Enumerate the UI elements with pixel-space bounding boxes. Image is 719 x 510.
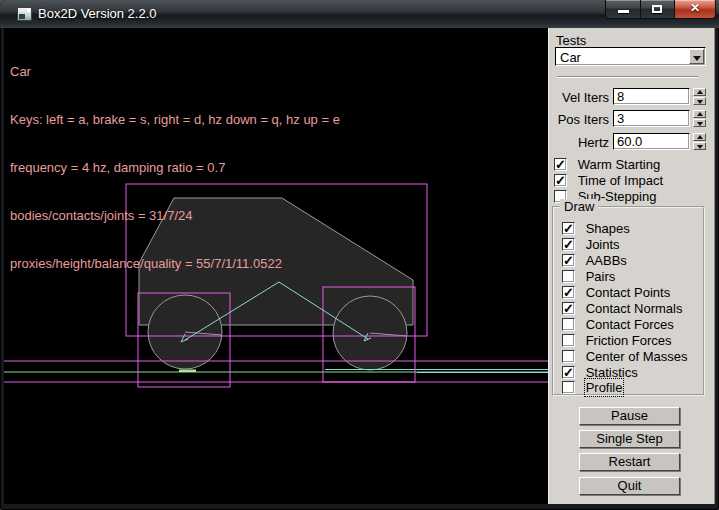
checkbox-box[interactable] [562, 334, 575, 347]
checkbox-box[interactable]: ✓ [562, 222, 575, 235]
pos-iters-row: Pos Iters [552, 110, 711, 128]
tests-dropdown[interactable]: Car [555, 47, 706, 66]
checkbox-label: Contact Points [586, 285, 671, 300]
restart-button[interactable]: Restart [579, 453, 680, 471]
stats-bodies-text: bodies/contacts/joints = 31/7/24 [10, 208, 340, 224]
pause-button[interactable]: Pause [579, 407, 680, 425]
checkbox-label: Shapes [586, 221, 630, 236]
checkbox-label: Profile [586, 380, 623, 395]
maximize-button[interactable] [641, 0, 674, 19]
title-bar[interactable]: Box2D Version 2.2.0 ✕ [0, 0, 719, 28]
tests-dropdown-value: Car [560, 50, 581, 65]
checkbox-time-of-impact[interactable]: ✓ Time of Impact [554, 172, 663, 187]
checkbox-box[interactable]: ✓ [562, 302, 575, 315]
pos-iters-label: Pos Iters [552, 112, 609, 127]
checkbox-aabbs[interactable]: ✓ AABBs [562, 252, 627, 267]
vel-iters-label: Vel Iters [552, 90, 609, 105]
draw-group-label: Draw [560, 199, 598, 214]
window-controls: ✕ [605, 0, 716, 19]
app-icon[interactable] [17, 7, 32, 21]
pos-iters-down-button[interactable] [693, 119, 706, 127]
close-button[interactable]: ✕ [674, 0, 716, 19]
quit-button[interactable]: Quit [579, 477, 680, 495]
checkbox-joints[interactable]: ✓ Joints [562, 236, 620, 251]
checkbox-box[interactable] [562, 350, 575, 363]
window-content: Car Keys: left = a, brake = s, right = d… [4, 28, 715, 504]
minimize-button[interactable] [605, 0, 641, 19]
tests-dropdown-button[interactable] [689, 49, 704, 64]
arrow-up-icon [697, 112, 703, 116]
pos-iters-stepper [693, 110, 706, 127]
checkbox-shapes[interactable]: ✓ Shapes [562, 220, 630, 235]
app-window: Box2D Version 2.2.0 ✕ Car Keys: left = a… [0, 0, 719, 510]
checkbox-label: AABBs [586, 253, 627, 268]
arrow-down-icon [697, 122, 703, 126]
checkbox-label: Center of Masses [586, 349, 688, 364]
checkbox-contact-points[interactable]: ✓ Contact Points [562, 284, 670, 299]
frequency-text: frequency = 4 hz, damping ratio = 0.7 [10, 160, 340, 176]
checkbox-box[interactable]: ✓ [554, 174, 567, 187]
arrow-up-icon [697, 90, 703, 94]
separator [557, 76, 698, 78]
checkbox-label: Contact Forces [586, 317, 674, 332]
stats-proxies-text: proxies/height/balance/quality = 55/7/1/… [10, 256, 340, 272]
vel-iters-stepper [693, 88, 706, 105]
keys-help-text: Keys: left = a, brake = s, right = d, hz… [10, 112, 340, 128]
left-contact-highlight [179, 370, 196, 373]
checkbox-label: Contact Normals [586, 301, 683, 316]
checkbox-label: Time of Impact [578, 173, 663, 188]
test-name-text: Car [10, 64, 340, 80]
checkbox-box[interactable]: ✓ [562, 366, 575, 379]
arrow-up-icon [697, 135, 703, 139]
vel-iters-row: Vel Iters [552, 88, 711, 106]
checkbox-center-of-masses[interactable]: Center of Masses [562, 348, 688, 363]
checkbox-box[interactable] [562, 381, 575, 394]
hertz-down-button[interactable] [693, 142, 706, 150]
checkbox-label: Warm Starting [578, 157, 661, 172]
checkbox-label: Joints [586, 237, 620, 252]
checkbox-box[interactable]: ✓ [554, 158, 567, 171]
vel-iters-down-button[interactable] [693, 97, 706, 105]
tests-label: Tests [556, 33, 586, 48]
checkbox-contact-normals[interactable]: ✓ Contact Normals [562, 300, 682, 315]
pos-iters-input[interactable] [613, 110, 690, 127]
checkbox-box[interactable]: ✓ [562, 254, 575, 267]
arrow-down-icon [697, 100, 703, 104]
checkbox-contact-forces[interactable]: Contact Forces [562, 316, 674, 331]
pos-iters-up-button[interactable] [693, 110, 706, 118]
arrow-down-icon [697, 145, 703, 149]
checkbox-profile[interactable]: Profile [562, 379, 622, 394]
checkbox-warm-starting[interactable]: ✓ Warm Starting [554, 156, 660, 171]
checkbox-box[interactable] [562, 270, 575, 283]
close-icon: ✕ [675, 1, 715, 15]
checkbox-box[interactable]: ✓ [562, 286, 575, 299]
chevron-down-icon [693, 56, 701, 61]
debug-text: Car Keys: left = a, brake = s, right = d… [10, 32, 340, 304]
window-title: Box2D Version 2.2.0 [38, 6, 157, 21]
hertz-label: Hertz [552, 135, 609, 150]
checkbox-box[interactable] [562, 318, 575, 331]
checkbox-label: Friction Forces [586, 333, 672, 348]
checkbox-pairs[interactable]: Pairs [562, 268, 615, 283]
hertz-input[interactable] [613, 133, 690, 150]
vel-iters-up-button[interactable] [693, 88, 706, 96]
minimize-icon [618, 10, 629, 13]
checkbox-label: Statistics [586, 365, 638, 380]
vel-iters-input[interactable] [613, 88, 690, 105]
checkbox-friction-forces[interactable]: Friction Forces [562, 332, 672, 347]
checkbox-label: Pairs [586, 269, 616, 284]
hertz-up-button[interactable] [693, 133, 706, 141]
checkbox-box[interactable]: ✓ [562, 238, 575, 251]
hertz-stepper [693, 133, 706, 150]
checkbox-statistics[interactable]: ✓ Statistics [562, 364, 638, 379]
hertz-row: Hertz [552, 133, 711, 151]
simulation-canvas[interactable]: Car Keys: left = a, brake = s, right = d… [4, 28, 548, 504]
single-step-button[interactable]: Single Step [579, 430, 680, 448]
control-panel: Tests Car Vel Iters Pos Iters [548, 28, 715, 504]
maximize-icon [652, 5, 662, 13]
draw-group: Draw ✓ Shapes ✓ Joints ✓ AABBs Pairs [552, 206, 705, 396]
